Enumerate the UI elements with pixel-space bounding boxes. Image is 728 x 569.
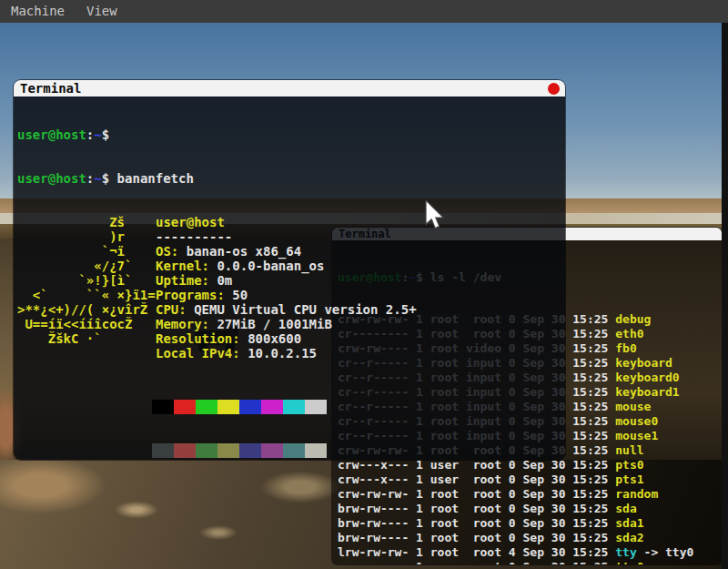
file-name: mouse xyxy=(615,400,651,413)
file-name: random xyxy=(615,487,658,501)
fetch-row: <` ``« ×}ï1=Programs: 50 xyxy=(17,288,565,302)
palette-swatch xyxy=(152,400,174,414)
fetch-value: ---------- xyxy=(156,229,232,244)
fetch-label: Programs: xyxy=(156,288,225,302)
dev-row: brw-rw---- 1 root root 0 Sep 30 15:25 sd… xyxy=(338,502,722,516)
dev-row: crw---x--- 1 user root 0 Sep 30 15:25 pt… xyxy=(338,472,722,487)
file-name: sda xyxy=(615,502,636,515)
fetch-label: OS: xyxy=(156,244,178,259)
fetch-row: >**¿<+)//( ×¿vîrŽCPU: QEMU Virtual CPU v… xyxy=(17,302,565,317)
dev-row: brw-rw---- 1 root root 0 Sep 30 15:25 sd… xyxy=(338,516,722,531)
dev-row: crw------- 1 user root 0 Sep 30 15:25 tt… xyxy=(338,560,722,564)
palette-swatch xyxy=(174,400,196,414)
prompt-user: user@host xyxy=(17,171,86,186)
palette-swatch xyxy=(217,443,239,458)
menu-machine[interactable]: Machine xyxy=(0,0,76,23)
fetch-value: 10.0.2.15 xyxy=(240,346,317,361)
file-name: eth0 xyxy=(615,327,643,340)
ascii-art: Zš xyxy=(17,215,156,229)
file-name: sda1 xyxy=(615,516,643,530)
file-name: debug xyxy=(615,312,651,326)
file-name: pts1 xyxy=(615,472,643,486)
fetch-row: U==íï<<ííîcocŽMemory: 27MiB / 1001MiB xyxy=(17,317,565,331)
close-button[interactable] xyxy=(548,83,560,95)
palette-swatch xyxy=(261,400,283,414)
ascii-art: >**¿<+)//( ×¿vîrŽ xyxy=(17,302,156,317)
file-name: sda2 xyxy=(615,531,643,544)
palette-swatch xyxy=(239,400,261,414)
palette-swatch xyxy=(283,400,305,414)
fetch-label: Local IPv4: xyxy=(156,346,240,361)
shell-line: user@host:~$ bananfetch xyxy=(17,171,565,186)
palette-swatch xyxy=(305,443,327,458)
menu-view[interactable]: View xyxy=(76,0,128,23)
dev-row: lrw-rw-rw- 1 root root 4 Sep 30 15:25 tt… xyxy=(338,545,722,560)
fetch-row: «/¿7`Kernel: 0.0.0-banan_os xyxy=(17,259,565,273)
fetch-value: banan-os x86_64 xyxy=(178,244,301,259)
file-name: fb0 xyxy=(615,341,636,355)
file-name: null xyxy=(615,443,643,457)
dev-row: brw-rw---- 1 root root 0 Sep 30 15:25 sd… xyxy=(338,531,722,545)
fetch-label: Uptime: xyxy=(156,273,209,288)
file-name: keyboard0 xyxy=(615,371,679,384)
file-name: pts0 xyxy=(615,458,643,472)
fetch-label: user@host xyxy=(156,215,225,229)
command-text: bananfetch xyxy=(117,171,194,186)
fetch-value: 0.0.0-banan_os xyxy=(209,259,324,273)
prompt-path: ~ xyxy=(94,127,101,142)
fetch-value: 27MiB / 1001MiB xyxy=(209,317,332,331)
palette-swatch xyxy=(261,443,283,458)
palette-swatch xyxy=(239,443,261,458)
fetch-row: Local IPv4: 10.0.2.15 xyxy=(17,346,565,361)
fetch-value: QEMU Virtual CPU version 2.5+ xyxy=(187,302,417,317)
fetch-label: Resolution: xyxy=(156,331,240,346)
ascii-art: «/¿7` xyxy=(17,259,156,273)
palette-swatch xyxy=(217,400,239,414)
screen-edge-strip xyxy=(722,23,728,569)
fetch-row: `»!}[ì`Uptime: 0m xyxy=(17,273,565,288)
vm-menu-bar: Machine View xyxy=(0,0,728,23)
fetch-output: Zšuser@host )r---------- `¬ïOS: banan-os… xyxy=(17,215,565,361)
prompt-path: ~ xyxy=(94,171,101,186)
file-name: tty0 xyxy=(615,560,643,564)
file-name: mouse0 xyxy=(615,414,658,428)
fetch-row: )r---------- xyxy=(17,229,565,244)
file-name: keyboard1 xyxy=(615,385,679,399)
fetch-terminal-titlebar[interactable]: Terminal xyxy=(14,80,565,97)
file-name: keyboard xyxy=(615,356,672,370)
link-target: -> tty0 xyxy=(637,545,694,559)
window-title: Terminal xyxy=(14,81,81,96)
fetch-label: Kernel: xyxy=(156,259,209,273)
palette-swatch xyxy=(305,400,327,414)
file-name: mouse1 xyxy=(615,429,658,442)
mouse-cursor-icon xyxy=(424,200,446,235)
palette-swatch xyxy=(196,443,217,458)
prompt-user: user@host xyxy=(17,127,86,142)
palette-swatch xyxy=(196,400,217,414)
ascii-art: `¬ï xyxy=(17,244,156,259)
dev-row: crw-rw-rw- 1 root root 0 Sep 30 15:25 ra… xyxy=(338,487,722,502)
fetch-label: CPU: xyxy=(156,302,187,317)
fetch-label: Memory: xyxy=(156,317,209,331)
ascii-art: )r xyxy=(17,229,156,244)
color-palette-bright xyxy=(152,443,565,458)
prompt: user@host:~$ xyxy=(17,127,109,142)
fetch-terminal-window: Terminal user@host:~$ user@host:~$ banan… xyxy=(14,80,565,460)
shell-line: user@host:~$ xyxy=(17,127,565,142)
fetch-value: 50 xyxy=(225,288,248,302)
dev-row: crw---x--- 1 user root 0 Sep 30 15:25 pt… xyxy=(338,458,722,472)
fetch-value: 800x600 xyxy=(240,331,301,346)
palette-swatch xyxy=(283,443,305,458)
vm-screen: Machine View Terminal user@host:~$ ls -l… xyxy=(0,0,728,569)
ascii-art: U==íï<<ííîcocŽ xyxy=(17,317,156,331)
palette-swatch xyxy=(152,443,174,458)
prompt: user@host:~$ xyxy=(17,171,109,186)
fetch-terminal-content[interactable]: user@host:~$ user@host:~$ bananfetch Zšu… xyxy=(14,97,565,460)
fetch-row: ŽškC ·`Resolution: 800x600 xyxy=(17,331,565,346)
fetch-row: Zšuser@host xyxy=(17,215,565,229)
fetch-row: `¬ïOS: banan-os x86_64 xyxy=(17,244,565,259)
ascii-art: ŽškC ·` xyxy=(17,331,156,346)
ascii-art: `»!}[ì` xyxy=(17,273,156,288)
color-palette-normal xyxy=(152,400,565,414)
ascii-art: <` ``« ×}ï1= xyxy=(17,288,156,302)
